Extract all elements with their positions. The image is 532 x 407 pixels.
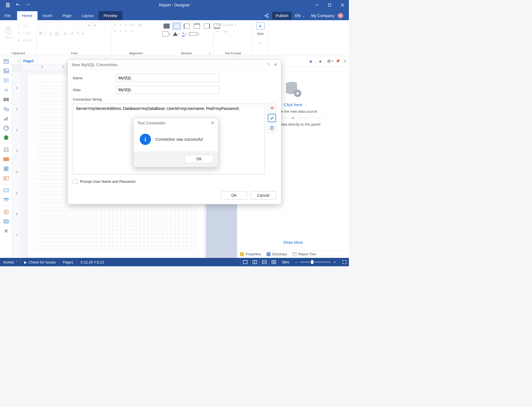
shape-icon[interactable]: ▾	[162, 31, 171, 36]
tool-panel-icon[interactable]	[2, 76, 11, 85]
currency-icon[interactable]: ¤▾	[216, 30, 220, 34]
minimize-button[interactable]	[310, 0, 323, 10]
erase-icon[interactable]	[268, 104, 276, 112]
cut-button[interactable]: ✂Cut	[16, 22, 34, 29]
tool-map-icon[interactable]	[2, 133, 11, 142]
border-none-icon[interactable]	[172, 22, 181, 30]
view-mode-2-icon[interactable]	[250, 258, 259, 266]
grow-font-icon[interactable]: A	[71, 31, 74, 36]
valign-bot-icon[interactable]: ≡	[125, 29, 127, 33]
zoom-in-icon[interactable]: ＋	[333, 260, 337, 265]
font-color-icon[interactable]: ab▾	[55, 31, 60, 36]
style-more-icon[interactable]: ⌄	[259, 40, 262, 44]
tool-text-icon[interactable]: ›	[2, 57, 11, 66]
show-more-link[interactable]: Show More	[283, 240, 303, 245]
redo-icon[interactable]	[23, 1, 33, 9]
share-icon[interactable]	[261, 12, 272, 20]
align-center-icon[interactable]: ≡	[120, 23, 122, 27]
tab-dictionary[interactable]: Dictionary	[264, 251, 290, 258]
dialog-close-icon[interactable]: ✕	[274, 62, 277, 67]
zoom-label[interactable]: 58%	[278, 258, 293, 266]
style-sample[interactable]: A	[256, 22, 265, 30]
dialog-help-icon[interactable]: ?	[267, 63, 270, 67]
valign-top-icon[interactable]: ≡	[114, 29, 116, 33]
tab-page[interactable]: Page	[57, 11, 77, 20]
undo-icon[interactable]	[13, 1, 23, 9]
tool-subreport-icon[interactable]	[2, 186, 11, 195]
font-name-icon[interactable]: A▾	[63, 31, 68, 36]
border-color-icon[interactable]: ✎▾	[182, 32, 187, 36]
clear-format-icon[interactable]: ◈	[82, 31, 84, 35]
fill-icon[interactable]: ▾	[173, 32, 180, 36]
test-ok-button[interactable]: OK	[185, 155, 214, 163]
tool-indicator-icon[interactable]: ›	[2, 217, 11, 226]
tab-report-tree[interactable]: Report Tree	[290, 251, 319, 258]
font-size-input[interactable]	[93, 22, 105, 29]
view-mode-1-icon[interactable]	[240, 258, 250, 266]
tool-band-icon[interactable]	[2, 196, 11, 204]
bold-icon[interactable]: B	[39, 31, 42, 36]
tool-gauge-icon[interactable]: ›	[2, 124, 11, 132]
tool-barcode-icon[interactable]: ›	[2, 95, 11, 104]
percent-icon[interactable]: %▾	[223, 30, 228, 34]
view-mode-3-icon[interactable]	[259, 258, 269, 266]
dict-up-icon[interactable]: ◆	[307, 58, 314, 64]
ok-button[interactable]: OK	[221, 191, 247, 200]
valign-mid-icon[interactable]: ≡	[120, 29, 122, 33]
border-all-icon[interactable]	[162, 22, 171, 30]
border-right-icon[interactable]	[203, 22, 211, 30]
zoom-out-icon[interactable]: −	[295, 260, 298, 264]
cancel-button[interactable]: Cancel	[250, 191, 276, 200]
align-left-icon[interactable]: ≡	[114, 23, 116, 27]
tab-layout[interactable]: Layout	[77, 11, 99, 20]
click-here-link[interactable]: Click here	[284, 102, 302, 107]
name-input[interactable]	[116, 74, 220, 82]
dict-down-icon[interactable]: ◆	[317, 58, 324, 64]
check-issues-button[interactable]: ▶Check for Issues	[21, 258, 59, 266]
user-avatar[interactable]: MC	[338, 11, 347, 20]
tool-image-icon[interactable]: ›	[2, 67, 11, 75]
border-top-icon[interactable]	[193, 22, 201, 30]
wrap-icon[interactable]: ↲	[130, 29, 133, 33]
italic-icon[interactable]: I	[45, 31, 46, 36]
prompt-checkbox[interactable]	[73, 179, 78, 184]
view-mode-4-icon[interactable]	[269, 258, 278, 266]
tool-textbox-icon[interactable]: A	[2, 165, 11, 173]
status-page[interactable]: Page1	[59, 258, 77, 266]
unit-selector[interactable]: Inches˄	[0, 258, 21, 266]
tool-checkbox-icon[interactable]	[2, 145, 11, 154]
maximize-button[interactable]	[323, 0, 336, 10]
tool-shape-icon[interactable]: ›	[2, 105, 11, 113]
tab-properties[interactable]: Properties	[237, 251, 264, 258]
tool-chart-icon[interactable]: ›	[2, 114, 11, 123]
zoom-slider[interactable]: − ＋	[293, 260, 339, 265]
underline-icon[interactable]: U	[49, 31, 52, 36]
paste-button[interactable]: Paste	[2, 21, 15, 45]
company-label[interactable]: My Company	[308, 12, 338, 20]
test-connection-icon[interactable]	[268, 114, 276, 122]
info-icon[interactable]	[268, 124, 276, 132]
page-tab[interactable]: ▢ Page1	[14, 57, 38, 64]
rotate-icon[interactable]: ↻▾	[130, 23, 135, 27]
borders-launcher-icon[interactable]: ↘	[209, 52, 211, 55]
shrink-font-icon[interactable]: A	[77, 31, 79, 35]
tab-preview[interactable]: Preview	[99, 11, 123, 20]
copy-button[interactable]: ⧉Copy	[16, 30, 34, 36]
tab-file[interactable]: File	[0, 11, 17, 20]
fullscreen-icon[interactable]	[339, 258, 349, 266]
alias-input[interactable]	[116, 85, 220, 94]
tab-home[interactable]: Home	[17, 11, 38, 20]
tool-table-icon[interactable]: ›	[2, 155, 11, 163]
tool-signature-icon[interactable]: Ab›	[2, 86, 11, 94]
tool-crosstab-icon[interactable]	[2, 174, 11, 182]
font-family-select[interactable]	[39, 22, 91, 29]
border-left-icon[interactable]	[183, 22, 191, 30]
tool-settings-icon[interactable]	[2, 227, 11, 235]
delete-button[interactable]: ✖Delete	[16, 37, 34, 44]
tool-richtext-icon[interactable]: A	[2, 208, 11, 216]
align-right-icon[interactable]: ≡	[125, 23, 127, 27]
text-format-select[interactable]: Text Format▾	[216, 23, 236, 27]
test-dialog-close-icon[interactable]: ✕	[211, 120, 214, 126]
save-icon[interactable]	[3, 1, 13, 9]
pin-icon[interactable]: 📌	[336, 59, 340, 63]
